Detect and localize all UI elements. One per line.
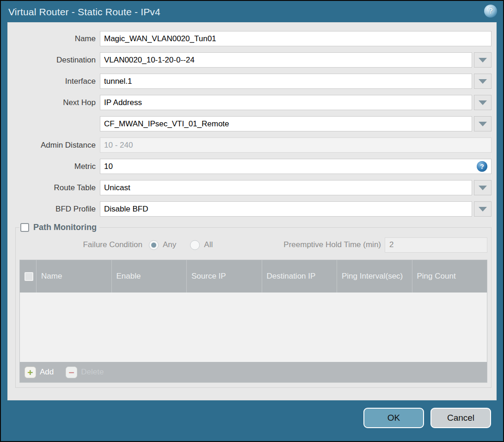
admin-distance-row: Admin Distance bbox=[8, 137, 492, 153]
failure-condition-any-label: Any bbox=[163, 240, 176, 249]
bfd-profile-row: BFD Profile bbox=[8, 201, 492, 217]
route-table-dropdown-button[interactable] bbox=[474, 180, 492, 195]
question-mark-glyph: ? bbox=[488, 6, 493, 16]
minus-icon: − bbox=[66, 367, 77, 378]
bfd-profile-dropdown-button[interactable] bbox=[474, 201, 492, 217]
route-table-label: Route Table bbox=[8, 183, 100, 193]
chevron-down-icon bbox=[479, 122, 487, 126]
metric-input[interactable] bbox=[100, 159, 492, 174]
metric-help-icon[interactable]: ? bbox=[477, 161, 487, 172]
failure-condition-any-radio[interactable] bbox=[149, 240, 159, 250]
path-monitoring-title: Path Monitoring bbox=[33, 223, 97, 232]
metric-label: Metric bbox=[8, 162, 100, 171]
next-hop-type-input[interactable] bbox=[100, 95, 472, 110]
table-header-row: Name Enable Source IP Destination IP Pin… bbox=[20, 260, 487, 293]
name-row: Name bbox=[8, 31, 492, 46]
select-all-checkbox[interactable] bbox=[25, 272, 33, 281]
plus-icon: + bbox=[25, 367, 36, 378]
interface-row: Interface bbox=[8, 74, 492, 89]
interface-label: Interface bbox=[8, 77, 100, 86]
table-body-empty bbox=[20, 293, 487, 362]
next-hop-label: Next Hop bbox=[8, 98, 100, 107]
next-hop-dropdown-button[interactable] bbox=[474, 95, 492, 110]
chevron-down-icon bbox=[479, 58, 487, 62]
delete-button-label: Delete bbox=[81, 367, 104, 377]
preemptive-hold-time-input[interactable] bbox=[385, 237, 487, 253]
delete-button[interactable]: − Delete bbox=[66, 367, 104, 378]
dialog-titlebar: Virtual Router - Static Route - IPv4 ? bbox=[1, 1, 503, 22]
static-route-dialog: Virtual Router - Static Route - IPv4 ? N… bbox=[1, 1, 503, 441]
next-hop-address-input[interactable] bbox=[100, 116, 472, 131]
chevron-down-icon bbox=[479, 79, 487, 84]
name-label: Name bbox=[8, 34, 100, 44]
bfd-profile-label: BFD Profile bbox=[8, 205, 100, 214]
table-toolbar: + Add − Delete bbox=[20, 362, 487, 382]
interface-dropdown-button[interactable] bbox=[474, 74, 492, 89]
column-header-source-ip: Source IP bbox=[186, 260, 262, 293]
dialog-footer: OK Cancel bbox=[1, 400, 503, 441]
path-monitoring-section: Path Monitoring Failure Condition Any Al… bbox=[15, 223, 492, 388]
preemptive-hold-time-label: Preemptive Hold Time (min) bbox=[283, 240, 381, 249]
chevron-down-icon bbox=[479, 207, 487, 212]
column-header-destination-ip: Destination IP bbox=[262, 260, 337, 293]
destination-input[interactable] bbox=[100, 52, 472, 68]
route-table-input[interactable] bbox=[100, 180, 472, 195]
failure-condition-label: Failure Condition bbox=[19, 240, 142, 249]
failure-condition-row: Failure Condition Any All Preemptive Hol… bbox=[19, 237, 487, 253]
dialog-title: Virtual Router - Static Route - IPv4 bbox=[8, 6, 160, 18]
admin-distance-input[interactable] bbox=[100, 137, 492, 153]
destination-row: Destination bbox=[8, 52, 492, 68]
cancel-button[interactable]: Cancel bbox=[430, 408, 491, 428]
column-header-ping-interval: Ping Interval(sec) bbox=[337, 260, 412, 293]
destination-label: Destination bbox=[8, 56, 100, 65]
failure-condition-all-label: All bbox=[204, 240, 213, 249]
name-input[interactable] bbox=[100, 31, 492, 46]
help-icon[interactable]: ? bbox=[484, 5, 497, 18]
ok-button[interactable]: OK bbox=[363, 408, 424, 428]
destination-dropdown-button[interactable] bbox=[474, 52, 492, 68]
bfd-profile-input[interactable] bbox=[100, 201, 472, 217]
admin-distance-label: Admin Distance bbox=[8, 141, 100, 150]
add-button[interactable]: + Add bbox=[25, 367, 54, 378]
table-header-checkbox-cell bbox=[20, 260, 36, 293]
column-header-enable: Enable bbox=[111, 260, 187, 293]
metric-row: Metric ? bbox=[8, 159, 492, 174]
route-table-row: Route Table bbox=[8, 180, 492, 195]
path-monitoring-legend: Path Monitoring bbox=[19, 223, 99, 232]
chevron-down-icon bbox=[479, 100, 487, 105]
column-header-name: Name bbox=[36, 260, 111, 293]
next-hop-address-row bbox=[8, 116, 492, 131]
path-monitoring-checkbox[interactable] bbox=[20, 223, 29, 232]
next-hop-address-dropdown-button[interactable] bbox=[474, 116, 492, 131]
next-hop-row: Next Hop bbox=[8, 95, 492, 110]
form-panel: Name Destination Interface bbox=[7, 22, 497, 400]
path-monitoring-table: Name Enable Source IP Destination IP Pin… bbox=[19, 260, 487, 383]
add-button-label: Add bbox=[40, 367, 54, 377]
screen: Virtual Router - Static Route - IPv4 ? N… bbox=[0, 0, 504, 442]
interface-input[interactable] bbox=[100, 74, 472, 89]
question-mark-glyph: ? bbox=[480, 163, 484, 170]
chevron-down-icon bbox=[479, 186, 487, 190]
failure-condition-all-radio[interactable] bbox=[190, 240, 200, 250]
column-header-ping-count: Ping Count bbox=[412, 260, 487, 293]
